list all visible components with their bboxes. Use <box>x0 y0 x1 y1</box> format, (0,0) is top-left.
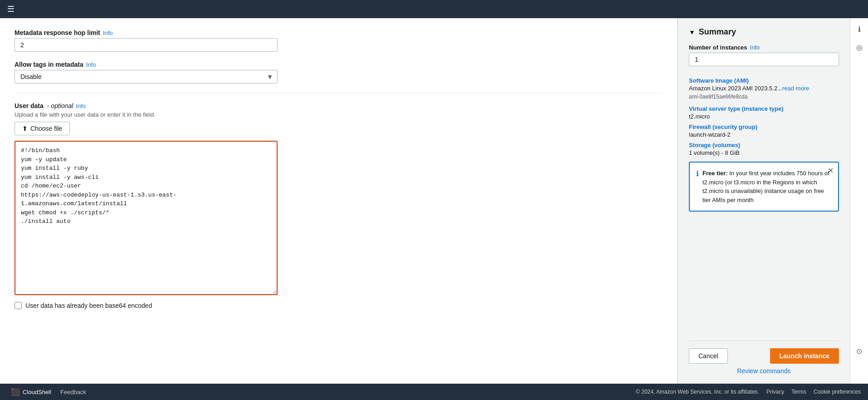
cloudshell-icon: ⬛ <box>11 388 20 396</box>
far-right-panel: ℹ ◎ ⊙ <box>850 18 868 384</box>
num-instances-info-link[interactable]: Info <box>750 44 760 51</box>
free-tier-info-icon: ℹ <box>696 169 699 178</box>
feedback-link[interactable]: Feedback <box>60 389 86 395</box>
firewall-section: Firewall (security group) launch-wizard-… <box>689 123 839 138</box>
num-instances-group: Number of instances Info <box>689 44 839 74</box>
launch-instance-button[interactable]: Launch instance <box>770 348 839 364</box>
allow-tags-select-wrapper: Disable Enable ▼ <box>15 70 278 84</box>
upload-icon: ⬆ <box>22 125 28 132</box>
software-image-read-more-link[interactable]: read more <box>782 85 809 92</box>
num-instances-input[interactable] <box>689 53 839 66</box>
choose-file-button[interactable]: ⬆ Choose file <box>15 122 70 135</box>
base64-checkbox[interactable] <box>15 302 22 309</box>
firewall-value: launch-wizard-2 <box>689 131 839 138</box>
software-image-ami-id: ami-0ae8f15ae66fe8cda <box>689 94 839 100</box>
free-tier-close-button[interactable]: ✕ <box>828 166 834 175</box>
bottom-bar: ⬛ CloudShell Feedback © 2024, Amazon Web… <box>0 384 868 400</box>
cloudshell-label: CloudShell <box>23 389 51 395</box>
metadata-hop-info-link[interactable]: Info <box>103 30 113 36</box>
left-form-panel: Metadata response hop limit Info Allow t… <box>0 18 678 384</box>
storage-value: 1 volume(s) - 8 GiB <box>689 149 839 156</box>
software-image-section: Software Image (AMI) Amazon Linux 2023 A… <box>689 77 839 100</box>
base64-checkbox-group: User data has already been base64 encode… <box>15 302 663 309</box>
info-side-icon[interactable]: ℹ <box>854 24 865 35</box>
allow-tags-label: Allow tags in metadata Info <box>15 61 663 68</box>
allow-tags-info-link[interactable]: Info <box>86 61 96 68</box>
bottom-bar-left: ⬛ CloudShell Feedback <box>7 386 86 398</box>
cloudshell-button[interactable]: ⬛ CloudShell <box>7 386 55 398</box>
software-image-value: Amazon Linux 2023 AMI 2023.5.2...read mo… <box>689 85 839 92</box>
storage-label: Storage (volumes) <box>689 142 839 148</box>
main-content: Metadata response hop limit Info Allow t… <box>0 18 868 384</box>
location-side-icon[interactable]: ◎ <box>854 42 865 53</box>
action-buttons: Cancel Launch instance <box>689 341 839 364</box>
storage-section: Storage (volumes) 1 volume(s) - 8 GiB <box>689 142 839 156</box>
summary-triangle-icon: ▼ <box>689 29 695 36</box>
metadata-hop-label: Metadata response hop limit Info <box>15 29 663 36</box>
metadata-hop-limit-group: Metadata response hop limit Info <box>15 29 663 52</box>
user-data-group: User data - optional Info Upload a file … <box>15 102 663 309</box>
firewall-label: Firewall (security group) <box>689 123 839 130</box>
free-tier-bold: Free tier: <box>702 170 728 177</box>
review-commands-link[interactable]: Review commands <box>689 367 839 375</box>
metadata-hop-input[interactable] <box>15 38 278 52</box>
bottom-bar-right: © 2024, Amazon Web Services, Inc. or its… <box>636 389 861 395</box>
privacy-link[interactable]: Privacy <box>766 389 784 395</box>
virtual-server-label: Virtual server type (instance type) <box>689 105 839 112</box>
virtual-server-value: t2.micro <box>689 113 839 120</box>
user-data-description: Upload a file with your user data or ent… <box>15 111 663 118</box>
software-image-label: Software Image (AMI) <box>689 77 839 84</box>
form-divider <box>15 93 663 93</box>
copyright-text: © 2024, Amazon Web Services, Inc. or its… <box>636 389 759 395</box>
free-tier-text: Free tier: In your first year includes 7… <box>702 169 832 204</box>
cancel-button[interactable]: Cancel <box>689 348 728 364</box>
cookie-preferences-link[interactable]: Cookie preferences <box>814 389 861 395</box>
allow-tags-group: Allow tags in metadata Info Disable Enab… <box>15 61 663 84</box>
user-data-label: User data - optional Info <box>15 102 663 109</box>
num-instances-label: Number of instances Info <box>689 44 839 51</box>
terms-link[interactable]: Terms <box>791 389 806 395</box>
user-data-info-link[interactable]: Info <box>76 103 86 109</box>
free-tier-content: ℹ Free tier: In your first year includes… <box>696 169 832 204</box>
summary-panel: ▼ Summary Number of instances Info Softw… <box>678 18 850 384</box>
user-data-textarea-wrapper: #!/bin/bash yum -y update yum install -y… <box>15 141 663 296</box>
allow-tags-select[interactable]: Disable Enable <box>15 70 278 84</box>
virtual-server-section: Virtual server type (instance type) t2.m… <box>689 105 839 120</box>
base64-label[interactable]: User data has already been base64 encode… <box>25 302 152 309</box>
free-tier-box: ✕ ℹ Free tier: In your first year includ… <box>689 162 839 212</box>
summary-title: ▼ Summary <box>689 27 839 37</box>
satellite-side-icon[interactable]: ⊙ <box>854 346 865 356</box>
summary-scroll-area: Software Image (AMI) Amazon Linux 2023 A… <box>689 74 839 333</box>
hamburger-menu-icon[interactable]: ☰ <box>7 4 15 14</box>
top-navigation-bar: ☰ <box>0 0 868 18</box>
user-data-textarea[interactable]: #!/bin/bash yum -y update yum install -y… <box>15 141 278 295</box>
